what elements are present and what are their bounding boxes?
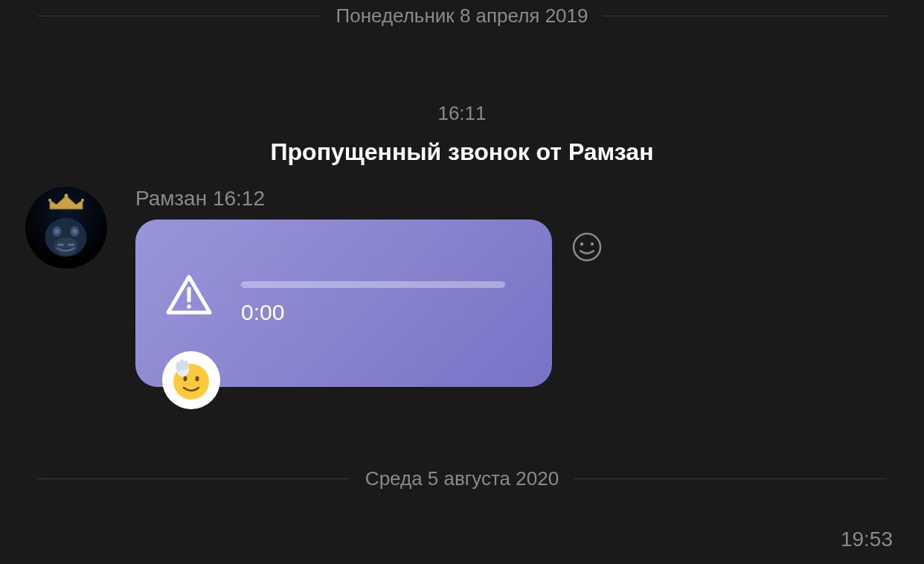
reaction-badge[interactable] xyxy=(162,351,220,409)
divider-line xyxy=(37,16,321,16)
add-reaction-button[interactable] xyxy=(571,231,603,263)
missed-call-text: Пропущенный звонок от Рамзан xyxy=(0,138,924,166)
svg-point-8 xyxy=(54,237,78,255)
gorilla-face-icon xyxy=(42,215,91,260)
voice-content: 0:00 xyxy=(241,281,522,325)
svg-point-1 xyxy=(48,199,51,202)
svg-point-0 xyxy=(65,194,68,198)
svg-point-19 xyxy=(580,243,583,246)
warning-icon xyxy=(165,274,213,315)
sender-name: Рамзан xyxy=(135,187,207,210)
message-time: 16:12 xyxy=(213,187,265,210)
voice-duration: 0:00 xyxy=(241,300,522,325)
svg-point-18 xyxy=(574,234,600,260)
svg-point-2 xyxy=(81,199,84,202)
message-content: Рамзан 16:12 0:00 xyxy=(135,187,899,387)
svg-point-10 xyxy=(187,304,191,309)
voice-progress-bar[interactable] xyxy=(241,281,505,288)
date-label: Понедельник 8 апреля 2019 xyxy=(336,4,588,28)
message-row: Рамзан 16:12 0:00 xyxy=(0,187,924,387)
crown-icon xyxy=(48,193,85,211)
date-label: Среда 5 августа 2020 xyxy=(365,467,559,490)
missed-call-time: 16:11 xyxy=(0,102,924,125)
svg-point-12 xyxy=(184,376,187,382)
svg-point-13 xyxy=(196,376,199,382)
svg-point-20 xyxy=(591,243,594,246)
next-message-time: 19:53 xyxy=(0,528,924,551)
date-divider: Среда 5 августа 2020 xyxy=(0,467,924,490)
sender-avatar[interactable] xyxy=(25,187,107,269)
sender-info: Рамзан 16:12 xyxy=(135,187,899,211)
voice-message-bubble[interactable]: 0:00 xyxy=(135,219,552,387)
hand-emoji-icon xyxy=(170,359,212,401)
svg-point-7 xyxy=(73,229,77,234)
date-divider: Понедельник 8 апреля 2019 xyxy=(0,4,924,28)
divider-line xyxy=(574,478,887,479)
divider-line xyxy=(37,478,350,479)
svg-point-6 xyxy=(55,229,60,234)
divider-line xyxy=(603,16,887,16)
